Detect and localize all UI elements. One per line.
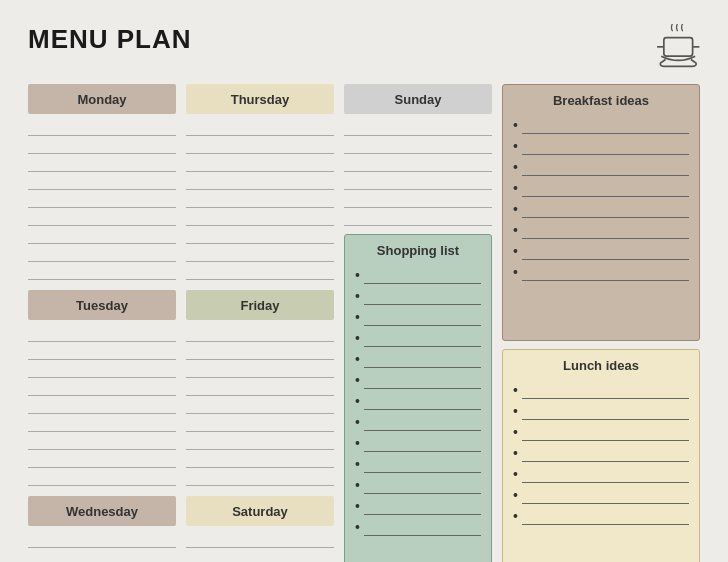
breakfast-item[interactable]: • xyxy=(513,198,689,218)
line xyxy=(28,360,176,378)
bullet-dot: • xyxy=(513,181,518,197)
bullet-dot: • xyxy=(513,265,518,281)
lunch-items: • • • • • • • xyxy=(513,379,689,525)
page: MENU PLAN Monday xyxy=(0,0,728,562)
bullet-dot: • xyxy=(513,223,518,239)
line xyxy=(28,136,176,154)
shopping-item[interactable]: • xyxy=(355,453,481,473)
thursday-lines xyxy=(186,118,334,280)
lunch-header: Lunch ideas xyxy=(513,358,689,373)
shopping-item[interactable]: • xyxy=(355,390,481,410)
shopping-item[interactable]: • xyxy=(355,516,481,536)
shopping-item[interactable]: • xyxy=(355,348,481,368)
shopping-list-header: Shopping list xyxy=(355,243,481,258)
item-line xyxy=(364,369,481,389)
line xyxy=(344,208,492,226)
bullet-dot: • xyxy=(355,373,360,389)
breakfast-items: • • • • • • • • xyxy=(513,114,689,281)
line xyxy=(186,450,334,468)
item-line xyxy=(522,135,689,155)
tuesday-section: Tuesday xyxy=(28,290,176,486)
lunch-item[interactable]: • xyxy=(513,463,689,483)
line xyxy=(28,154,176,172)
tuesday-header: Tuesday xyxy=(28,290,176,320)
breakfast-item[interactable]: • xyxy=(513,156,689,176)
line xyxy=(28,262,176,280)
shopping-item[interactable]: • xyxy=(355,369,481,389)
saturday-section: Saturday xyxy=(186,496,334,562)
line xyxy=(186,226,334,244)
breakfast-item[interactable]: • xyxy=(513,114,689,134)
line xyxy=(186,360,334,378)
shopping-item[interactable]: • xyxy=(355,306,481,326)
line xyxy=(28,548,176,562)
lunch-item[interactable]: • xyxy=(513,505,689,525)
bullet-dot: • xyxy=(513,118,518,134)
lunch-item[interactable]: • xyxy=(513,484,689,504)
line xyxy=(186,342,334,360)
line xyxy=(186,530,334,548)
shopping-item[interactable]: • xyxy=(355,285,481,305)
line xyxy=(28,324,176,342)
item-line xyxy=(522,505,689,525)
bullet-dot: • xyxy=(355,352,360,368)
col-thursday-group: Thursday Friday xyxy=(186,84,334,562)
shopping-item[interactable]: • xyxy=(355,432,481,452)
line xyxy=(28,244,176,262)
item-line xyxy=(364,432,481,452)
friday-header: Friday xyxy=(186,290,334,320)
item-line xyxy=(364,474,481,494)
monday-lines xyxy=(28,118,176,280)
main-content: Monday Tuesday xyxy=(28,84,700,562)
lunch-item[interactable]: • xyxy=(513,421,689,441)
line xyxy=(28,396,176,414)
breakfast-item[interactable]: • xyxy=(513,135,689,155)
item-line xyxy=(364,516,481,536)
item-line xyxy=(522,219,689,239)
shopping-item[interactable]: • xyxy=(355,327,481,347)
saturday-lines xyxy=(186,530,334,562)
breakfast-item[interactable]: • xyxy=(513,261,689,281)
line xyxy=(186,208,334,226)
friday-lines xyxy=(186,324,334,486)
lunch-item[interactable]: • xyxy=(513,442,689,462)
bullet-dot: • xyxy=(513,244,518,260)
line xyxy=(186,262,334,280)
item-line xyxy=(522,484,689,504)
sunday-lines xyxy=(344,118,492,226)
bullet-dot: • xyxy=(355,289,360,305)
breakfast-item[interactable]: • xyxy=(513,177,689,197)
page-title: MENU PLAN xyxy=(28,24,192,55)
item-line xyxy=(364,390,481,410)
col-monday-group: Monday Tuesday xyxy=(28,84,176,562)
wednesday-lines xyxy=(28,530,176,562)
bullet-dot: • xyxy=(513,404,518,420)
lunch-item[interactable]: • xyxy=(513,400,689,420)
line xyxy=(344,136,492,154)
line xyxy=(186,378,334,396)
monday-section: Monday xyxy=(28,84,176,280)
cooking-icon xyxy=(648,24,700,68)
breakfast-item[interactable]: • xyxy=(513,219,689,239)
wednesday-section: Wednesday xyxy=(28,496,176,562)
line xyxy=(186,244,334,262)
bullet-dot: • xyxy=(355,394,360,410)
bullet-dot: • xyxy=(513,160,518,176)
item-line xyxy=(522,379,689,399)
bullet-dot: • xyxy=(513,488,518,504)
item-line xyxy=(364,495,481,515)
shopping-item[interactable]: • xyxy=(355,411,481,431)
item-line xyxy=(364,453,481,473)
shopping-item[interactable]: • xyxy=(355,264,481,284)
item-line xyxy=(522,240,689,260)
item-line xyxy=(364,327,481,347)
bullet-dot: • xyxy=(355,268,360,284)
shopping-item[interactable]: • xyxy=(355,495,481,515)
lunch-item[interactable]: • xyxy=(513,379,689,399)
friday-section: Friday xyxy=(186,290,334,486)
breakfast-item[interactable]: • xyxy=(513,240,689,260)
item-line xyxy=(522,156,689,176)
bullet-dot: • xyxy=(513,509,518,525)
line xyxy=(186,136,334,154)
shopping-item[interactable]: • xyxy=(355,474,481,494)
